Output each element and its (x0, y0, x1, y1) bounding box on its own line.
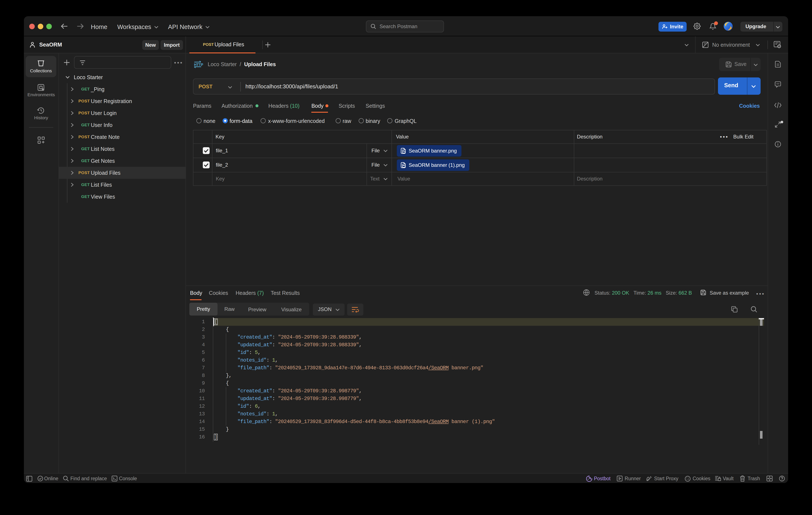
svg-text:HTTP: HTTP (194, 63, 203, 67)
